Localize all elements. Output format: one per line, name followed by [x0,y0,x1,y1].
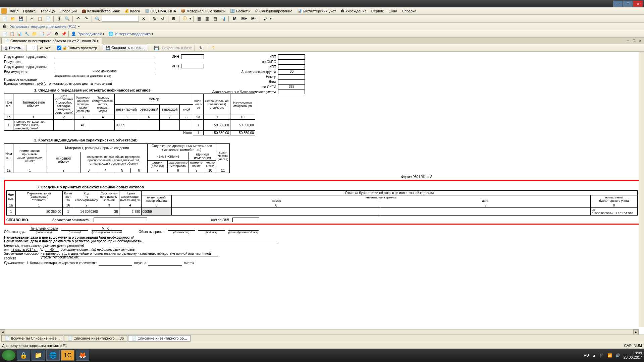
help-print-icon[interactable]: ? [210,45,217,51]
save-copy-button[interactable]: 💾 Сохранить копию... [103,45,147,51]
from-date: 2 марта 2017 г. [11,248,38,252]
save-db-icon[interactable]: 💾 [153,45,160,51]
set-institution-link[interactable]: Установить текущее учреждение (F11) [10,24,76,28]
document-tab-bar: 📄 Списание инвентарного объекта № от 21 … [0,38,644,44]
mplus-button[interactable]: M+ [240,15,248,22]
menu-kassa[interactable]: 💰Касса [122,8,142,14]
ir-9[interactable]: 📌 [60,31,67,37]
spravochno-label: СПРАВОЧНО. [6,218,29,222]
menu-materials[interactable]: 📦Материальные запасы [179,8,228,14]
open-icon[interactable]: 📂 [9,15,16,22]
num-val: 45 [45,248,59,252]
ir-5[interactable]: 📁 [31,31,38,37]
task-security[interactable]: 🔒 [17,350,30,361]
menu-edit[interactable]: Правка [21,8,38,14]
start-button[interactable] [2,350,15,361]
task-explorer[interactable]: 📁 [32,350,45,361]
copy-icon[interactable]: 📋 [37,15,43,22]
registration-label: Наименование, дата и номер документа о р… [4,239,142,244]
grid2-icon[interactable]: ▥ [204,15,210,22]
m-button[interactable]: M [231,15,239,22]
task-firefox[interactable]: 🦊 [76,350,89,361]
menu-help[interactable]: Справка [400,8,418,14]
tray-sound-icon[interactable]: 🔊 [615,353,620,358]
mminus-button[interactable]: M- [250,15,258,22]
btab-3[interactable]: 📄 Списание инвентарного об... [128,335,191,342]
ir-4[interactable]: 🔧 [23,31,30,37]
menu-service[interactable]: Сервис [369,8,386,14]
menu-windows[interactable]: Окна [386,8,399,14]
refresh-icon[interactable]: ↻ [151,15,158,22]
balance-label: Балансовая стоимость [52,218,90,222]
unit-measure-label: Единица измерения: руб (с точностью до в… [4,82,112,85]
copies-input[interactable] [26,45,38,51]
menu-operations[interactable]: Операции [57,8,78,14]
task-1c[interactable]: 1С [61,350,74,361]
agreement-label: Наименование, дата и номер документа о с… [4,236,640,239]
menu-calculations[interactable]: 🔢Расчеты [228,8,252,14]
redo-icon[interactable]: ↷ [83,15,90,22]
refresh2-icon[interactable]: ↺ [159,15,166,22]
tray-lang[interactable]: RU [584,353,589,357]
minimize-button[interactable]: ─ [613,1,623,7]
menu-os[interactable]: 🏢ОС, НМА, НПА [143,8,178,14]
ir-2[interactable]: 📋 [9,31,15,37]
search-icon[interactable]: 🔍 [94,15,101,22]
save-icon[interactable]: 💾 [17,15,24,22]
preview-icon[interactable]: 🔍 [64,15,70,22]
user-icon[interactable]: 👤 [70,31,77,37]
taskbar: 🔒 📁 🌐 1С 🦊 RU ▲ 🏴 📶 🔊 18:09 23.06.2017 [0,349,644,362]
vertical-scrollbar[interactable] [639,52,644,327]
save-db-label: Сохранить в базе [162,46,192,50]
undo-icon[interactable]: ↶ [75,15,82,22]
tab-min-button[interactable]: ─ [625,38,631,44]
btab-2[interactable]: 📄 Списание инвентарного ....06 [64,335,127,342]
view-only-checkbox[interactable]: 🔒Только просмотр [57,46,97,50]
maximize-button[interactable]: ☐ [623,1,633,7]
manager-link[interactable]: Руководителю [77,32,102,36]
internet-support-link[interactable]: Интернет-поддержка [115,32,151,36]
btab-1[interactable]: 📄 Документы Списание инве... [1,335,63,342]
tray-up-icon[interactable]: ▲ [592,353,596,357]
cut-icon[interactable]: ✂ [29,15,35,22]
menu-file[interactable]: Файл [7,8,20,14]
ir-1[interactable]: 📄 [1,31,8,37]
doc-icon: 📄 [4,39,9,43]
print-toolbar: 🖨 Печать ▴▾ экз. 🔒Только просмотр 💾 Сохр… [0,44,644,52]
document-tab[interactable]: 📄 Списание инвентарного объекта № от 21 … [1,38,102,44]
ir-8[interactable]: ⚙ [53,31,60,37]
globe-icon[interactable]: 🌐 [107,31,114,37]
menu-accounting[interactable]: 📊Бухгалтерский учет [295,8,338,14]
brush-icon[interactable]: 🖌 [262,15,269,22]
help-icon[interactable]: ⓘ [181,15,188,22]
menu-treasury[interactable]: 💼Казначейство/Банк [79,8,122,14]
menu-sanctions[interactable]: ⚖Санкционирование [253,8,294,14]
task-chrome[interactable]: 🌐 [46,350,60,361]
grid3-icon[interactable]: ▤ [212,15,218,22]
ir-7[interactable]: 📈 [46,31,52,37]
institution-icon[interactable]: 🏛 [1,23,8,30]
tab-max-button[interactable]: ☐ [631,38,637,44]
tray-network-icon[interactable]: 📶 [607,353,612,358]
ir-3[interactable]: 📊 [16,31,23,37]
clear-search-icon[interactable]: ✕ [140,15,147,22]
chart-icon[interactable]: 📊 [220,15,226,22]
tab-close-button[interactable]: ✕ [637,38,643,44]
print-button[interactable]: 🖨 Печать [1,45,24,51]
paste-icon[interactable]: 📄 [45,15,51,22]
new-doc-icon[interactable]: 📄 [1,15,8,22]
grid1-icon[interactable]: ▦ [196,15,202,22]
calc-icon[interactable]: 🗓 [170,15,177,22]
search-input[interactable] [102,16,139,22]
refresh-print-icon[interactable]: ↻ [198,45,204,51]
menu-table[interactable]: Таблица [38,8,57,14]
okv-label: Код по ОКВ [211,218,229,222]
close-button[interactable]: ✕ [633,1,643,7]
tray-clock[interactable]: 18:09 23.06.2017 [624,351,642,360]
ir-6[interactable]: 📑 [38,31,45,37]
print-icon[interactable]: 🖨 [56,15,62,22]
horizontal-scrollbar[interactable]: ◄► [0,329,639,335]
inn-label-1: ИНН [172,55,179,59]
menu-institution[interactable]: 🏛Учреждение [339,8,369,14]
tray-flag-icon[interactable]: 🏴 [599,353,604,358]
